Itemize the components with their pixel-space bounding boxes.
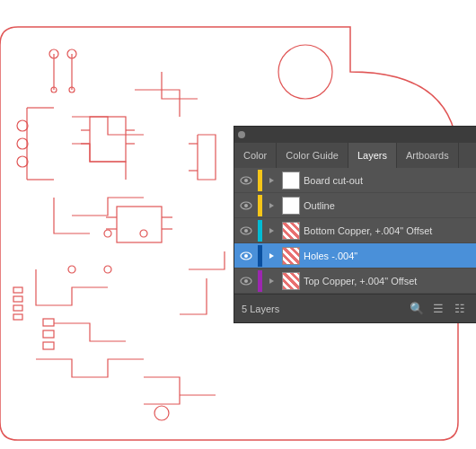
panel-close-row [234,127,476,143]
visibility-icon[interactable] [236,196,256,216]
layer-name-label: Bottom Copper, +.004" Offset [304,225,474,236]
tab-color-guide[interactable]: Color Guide [277,143,348,168]
visibility-icon[interactable] [236,171,256,190]
layer-thumbnail [282,197,300,215]
tab-artboards[interactable]: Artboards [397,143,459,168]
search-icon[interactable]: 🔍 [408,300,426,318]
layer-expand-arrow[interactable] [264,198,278,213]
layers-count: 5 Layers [242,304,404,314]
layer-row[interactable]: Holes -.004" [234,243,476,269]
layer-name-label: Outline [304,200,474,211]
svg-point-37 [244,179,248,182]
layer-row[interactable]: Top Copper, +.004" Offset [234,269,476,294]
svg-marker-50 [269,278,274,284]
layer-color-bar [258,170,262,191]
svg-point-49 [244,279,248,283]
add-layer-icon[interactable]: ☰ [429,300,447,318]
svg-point-46 [244,254,248,258]
layer-name-label: Top Copper, +.004" Offset [304,276,474,286]
layer-expand-arrow[interactable] [264,249,278,263]
panel-tabs: Color Color Guide Layers Artboards [234,143,476,168]
layer-color-bar [258,220,262,242]
panel-footer: 5 Layers 🔍 ☰ ☷ [234,294,476,322]
svg-marker-44 [269,228,274,233]
svg-marker-38 [269,178,274,183]
svg-marker-47 [269,253,274,259]
svg-point-40 [244,204,248,207]
visibility-icon[interactable] [236,246,256,266]
svg-marker-41 [269,203,274,208]
layers-list: Board cut-out Outline Bottom Copper, +.0… [234,168,476,294]
visibility-icon[interactable] [236,271,256,291]
layer-expand-arrow[interactable] [264,224,278,238]
svg-point-43 [244,229,248,233]
layer-color-bar [258,195,262,216]
layer-thumbnail [282,247,300,265]
layer-expand-arrow[interactable] [264,274,278,288]
layer-expand-arrow[interactable] [264,173,278,188]
layer-name-label: Holes -.004" [304,251,474,261]
panel-close-dot [238,131,245,138]
layer-row[interactable]: Outline [234,193,476,218]
layer-thumbnail [282,172,300,189]
layer-thumbnail [282,272,300,290]
layer-color-bar [258,245,262,267]
layer-color-bar [258,270,262,292]
tab-color[interactable]: Color [234,143,277,168]
layer-name-label: Board cut-out [304,175,474,186]
layers-panel: Color Color Guide Layers Artboards Board… [234,126,476,323]
layer-row[interactable]: Bottom Copper, +.004" Offset [234,218,476,243]
layer-row[interactable]: Board cut-out [234,168,476,193]
visibility-icon[interactable] [236,221,256,241]
layer-thumbnail [282,222,300,240]
menu-icon[interactable]: ☷ [451,300,469,318]
tab-layers[interactable]: Layers [348,143,397,168]
